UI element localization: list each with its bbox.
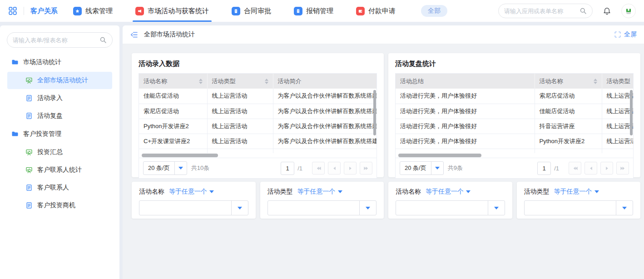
filter-value-select[interactable]: [524, 200, 634, 215]
filter-value-select[interactable]: [268, 200, 377, 215]
page-of-label: /1: [297, 165, 302, 172]
pager-controls: 1/1: [537, 162, 629, 175]
table-row[interactable]: 活动进行完美，用户体验很好Python开发讲座2线上运营活动: [396, 134, 633, 149]
previous-page-button[interactable]: [328, 162, 341, 174]
table-container: 活动名称活动类型活动简介佳能店促活动线上运营活动为客户以及合作伙伴讲解百数系统搭…: [139, 73, 377, 179]
apps-grid-icon[interactable]: [8, 6, 17, 15]
first-page-button[interactable]: [569, 162, 581, 174]
app-tab-1[interactable]: 线索管理: [73, 0, 113, 22]
sidebar-item[interactable]: 投资汇总: [7, 144, 112, 161]
cell: [535, 149, 602, 153]
data-table: 活动名称活动类型活动简介佳能店促活动线上运营活动为客户以及合作伙伴讲解百数系统搭…: [139, 74, 376, 153]
horizontal-scrollbar-thumb[interactable]: [398, 154, 481, 157]
filter-operator-button[interactable]: 等于任意一个: [426, 188, 471, 196]
column-header-label: 活动简介: [278, 77, 302, 85]
data-table: 活动总结活动名称活动类型活动进行完美，用户体验很好索尼店促活动线上运营活动活动进…: [396, 74, 633, 153]
cell: 线上运营活动: [207, 134, 273, 149]
app-tab-3[interactable]: 合同审批: [232, 0, 271, 22]
table-row[interactable]: 活动进行完美，用户体验很好索尼店促活动线上运营活动: [396, 89, 633, 104]
sidebar-item[interactable]: 客户联系人: [7, 179, 112, 196]
table-row[interactable]: Python开发讲座2线上运营活动为客户以及合作伙伴讲解百数系统搭建: [139, 119, 376, 134]
filter-operator-label: 等于任意一个: [426, 188, 464, 196]
app-tab-5[interactable]: 付款申请: [356, 0, 396, 22]
page-input[interactable]: 1: [281, 162, 294, 175]
sort-icon[interactable]: [591, 79, 597, 84]
column-header[interactable]: 活动名称: [535, 74, 602, 89]
sidebar-item-label: 客户联系人: [37, 184, 69, 192]
filter-operator-label: 等于任意一个: [554, 188, 592, 196]
page-input[interactable]: 1: [537, 162, 551, 175]
filter-operator-button[interactable]: 等于任意一个: [554, 188, 599, 196]
last-page-button[interactable]: [360, 162, 372, 174]
sort-icon[interactable]: [262, 79, 268, 84]
filter-operator-button[interactable]: 等于任意一个: [297, 188, 342, 196]
horizontal-scrollbar-thumb[interactable]: [142, 154, 218, 157]
chevron-down-icon: [431, 162, 443, 174]
column-header[interactable]: 活动总结: [396, 74, 535, 89]
sort-asc-icon: [199, 79, 203, 81]
notification-bell-icon[interactable]: [603, 7, 611, 15]
filter-header: 活动名称等于任意一个: [396, 188, 505, 196]
sidebar-folder-2[interactable]: 客户投资管理: [0, 125, 119, 143]
pagination-bar: 20 条/页共10条1/1: [139, 158, 376, 178]
collapse-sidebar-icon[interactable]: [130, 30, 139, 39]
filter-value: [525, 201, 616, 215]
filter-value: [139, 201, 231, 215]
column-header[interactable]: 活动名称: [139, 74, 207, 89]
cell: 为客户以及合作伙伴讲解百数系统搭建: [273, 134, 376, 149]
table-row[interactable]: 索尼店促活动线上运营活动为客户以及合作伙伴讲解百数系统搭建: [139, 104, 376, 119]
table-row[interactable]: 佳能店促活动线上运营活动为客户以及合作伙伴讲解百数系统搭建: [139, 89, 376, 104]
app-tab-2[interactable]: 市场活动与获客统计: [135, 0, 209, 22]
filter-value-select[interactable]: [139, 200, 248, 215]
sidebar-folder-1[interactable]: 市场活动统计: [0, 53, 119, 71]
column-header[interactable]: 活动类型: [207, 74, 273, 89]
chevron-down-icon: [231, 201, 248, 215]
sidebar-search-input[interactable]: [13, 37, 97, 44]
sidebar-item-label: 活动录入: [37, 94, 63, 102]
page-size-select[interactable]: 20 条/页: [143, 161, 187, 175]
cell: 抖音运营讲座: [535, 119, 602, 134]
sidebar-item[interactable]: 全部市场活动统计: [7, 72, 112, 89]
form-icon: [25, 184, 33, 191]
workspace-title[interactable]: 客户关系: [30, 7, 58, 15]
table-clip: 活动名称活动类型活动简介佳能店促活动线上运营活动为客户以及合作伙伴讲解百数系统搭…: [139, 74, 376, 153]
table-row[interactable]: C+开发课堂讲座2线上运营活动为客户以及合作伙伴讲解百数系统搭建: [139, 134, 376, 149]
table-row[interactable]: 活动进行完美，用户体验很好抖音运营讲座线上运营活动: [396, 119, 633, 134]
sort-icon[interactable]: [196, 79, 203, 84]
cell: 索尼店促活动: [139, 104, 207, 119]
filter-operator-button[interactable]: 等于任意一个: [169, 188, 214, 196]
contract-icon: [232, 7, 240, 15]
app-tab-4[interactable]: 报销管理: [294, 0, 333, 22]
folder-icon: [11, 130, 19, 138]
next-page-button[interactable]: [344, 162, 357, 174]
sidebar-item[interactable]: 客户联系人统计: [7, 161, 112, 179]
table-cards-row: 活动录入数据活动名称活动类型活动简介佳能店促活动线上运营活动为客户以及合作伙伴讲…: [132, 53, 640, 177]
column-header[interactable]: 活动简介: [273, 74, 376, 89]
column-header[interactable]: 活动类型: [602, 74, 633, 89]
vertical-scrollbar-thumb[interactable]: [373, 90, 376, 135]
search-icon[interactable]: [580, 7, 587, 15]
first-page-button[interactable]: [312, 162, 325, 174]
sidebar-item[interactable]: 活动复盘: [7, 107, 112, 125]
sidebar-item[interactable]: 活动录入: [7, 90, 112, 107]
vertical-scrollbar-thumb[interactable]: [630, 90, 633, 135]
search-icon[interactable]: [99, 36, 107, 44]
previous-page-button[interactable]: [585, 162, 597, 174]
last-page-button[interactable]: [616, 162, 629, 174]
next-page-button[interactable]: [600, 162, 613, 174]
sidebar-item[interactable]: 客户投资商机: [7, 197, 112, 214]
filter-value-select[interactable]: [396, 200, 505, 215]
column-header-label: 活动类型: [607, 77, 630, 85]
filter-field-label: 活动名称: [396, 188, 421, 196]
fullscreen-button[interactable]: 全屏: [614, 30, 637, 39]
user-avatar[interactable]: [621, 4, 636, 18]
cell: 活动进行完美，用户体验很好: [396, 89, 535, 104]
table-row-partial: [396, 149, 633, 153]
page-size-select[interactable]: 20 条/页: [400, 161, 444, 175]
global-search-input[interactable]: [504, 8, 577, 15]
form-icon: [25, 112, 33, 120]
filter-field-label: 活动类型: [524, 188, 550, 196]
filter-header: 活动类型等于任意一个: [524, 188, 634, 196]
table-row[interactable]: 活动进行完美，用户体验很好佳能店促活动线上运营活动: [396, 104, 633, 119]
all-apps-badge[interactable]: 全部: [421, 5, 447, 17]
